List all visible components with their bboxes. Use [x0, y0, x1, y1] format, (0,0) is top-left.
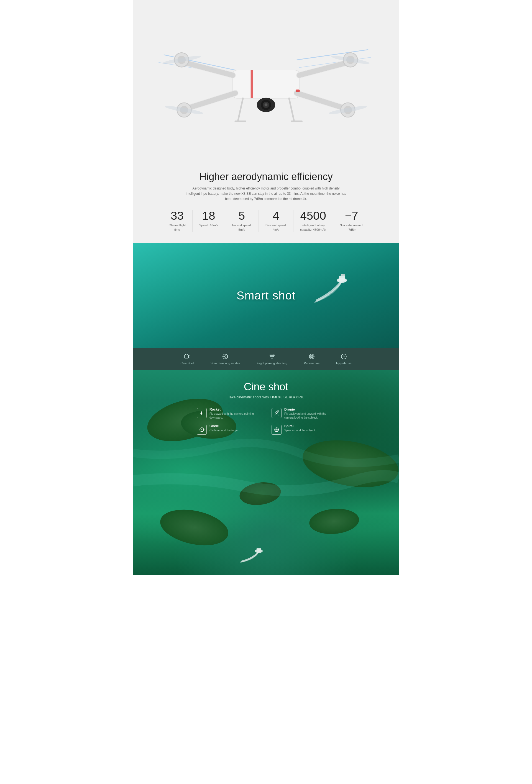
svg-point-61: [201, 429, 202, 430]
svg-marker-60: [204, 429, 204, 430]
cine-subtitle: Take cinematic shots with FIMI X8 SE in …: [144, 395, 388, 399]
spec-label-18: Speed: 18m/s: [199, 223, 218, 227]
spec-ascend: 5 Ascend speed:5m/s: [225, 210, 259, 232]
circle-name: Circle: [209, 424, 239, 428]
cine-shot-icon: [184, 353, 191, 360]
tab-panoramas[interactable]: Panoramas: [304, 353, 319, 365]
tab-hyperlapse[interactable]: Hyperlapse: [336, 353, 352, 365]
panoramas-icon: [308, 353, 315, 360]
circle-icon: [197, 425, 207, 435]
drone-image: [133, 14, 399, 157]
spec-flight-time: 33 33mins flighttime: [162, 210, 193, 232]
svg-rect-4: [233, 70, 299, 99]
svg-point-46: [224, 356, 226, 357]
spiral-icon: [272, 425, 281, 435]
feature-dronie: Dronie Fly backward and upward with the …: [272, 408, 335, 420]
specs-numbers: 33 33mins flighttime 18 Speed: 18m/s 5 A…: [144, 210, 388, 232]
hero-section: [133, 0, 399, 163]
specs-section: Higher aerodynamic efficiency Aerodynami…: [133, 163, 399, 243]
spiral-desc: Spiral around the subject.: [284, 428, 316, 432]
rocket-name: Rocket: [209, 408, 260, 411]
svg-line-15: [297, 93, 345, 108]
svg-point-58: [276, 412, 277, 413]
rocket-text: Rocket Fly upward with the camera pointi…: [209, 408, 260, 420]
specs-title: Higher aerodynamic efficiency: [144, 171, 388, 183]
spec-label-5: Ascend speed:5m/s: [232, 223, 252, 232]
smart-shot-title: Smart shot: [236, 289, 296, 302]
svg-rect-57: [201, 413, 202, 414]
spec-label-7: Noice decreased:−7dBm: [340, 223, 364, 232]
boat-wake: [311, 259, 372, 303]
spec-value-33: 33: [168, 210, 186, 222]
drone-container: [133, 8, 399, 163]
feature-spiral: Spiral Spiral around the subject.: [272, 424, 335, 435]
tab-label-tracking: Smart tracking modes: [211, 362, 240, 365]
spec-value-4500: 4500: [300, 210, 326, 222]
rocket-desc: Fly upward with the camera pointing down…: [209, 412, 260, 420]
svg-point-41: [343, 275, 345, 276]
svg-point-43: [185, 354, 186, 355]
circle-desc: Circle around the target.: [209, 428, 239, 432]
spec-label-4: Descent speed:4m/s: [265, 223, 286, 232]
svg-rect-42: [185, 355, 189, 358]
dronie-name: Dronie: [284, 408, 335, 411]
svg-point-31: [264, 103, 268, 106]
spec-battery: 4500 Intelligent batterycapacity: 4500mA…: [293, 210, 333, 232]
svg-line-32: [238, 99, 243, 121]
cine-features: Rocket Fly upward with the camera pointi…: [197, 408, 335, 435]
svg-rect-38: [339, 276, 345, 281]
flight-planning-icon: [269, 353, 275, 360]
feature-rocket: Rocket Fly upward with the camera pointi…: [197, 408, 260, 420]
circle-text: Circle Circle around the target.: [209, 424, 239, 432]
spec-label-4500: Intelligent batterycapacity: 4500mAh: [300, 223, 326, 232]
smart-shot-section: Smart shot: [133, 243, 399, 348]
cine-shot-section: Cine shot Take cinematic shots with FIMI…: [133, 370, 399, 575]
tab-smart-tracking[interactable]: Smart tracking modes: [211, 353, 240, 365]
svg-line-13: [187, 93, 235, 108]
spec-descend: 4 Descent speed:4m/s: [259, 210, 293, 232]
spec-label-33: 33mins flighttime: [168, 223, 186, 232]
tab-cine-shot[interactable]: Cine Shot: [180, 353, 194, 365]
feature-circle: Circle Circle around the target.: [197, 424, 260, 435]
mode-tabs: Cine Shot Smart tracking modes Flight pl…: [133, 348, 399, 370]
rocket-icon: [197, 408, 207, 418]
spec-value-5: 5: [232, 210, 252, 222]
tab-label-cine: Cine Shot: [180, 362, 194, 365]
spec-value-4: 4: [265, 210, 286, 222]
svg-point-40: [341, 274, 343, 276]
bottom-boat: [240, 540, 278, 563]
spec-value-18: 18: [199, 210, 218, 222]
smart-tracking-icon: [222, 353, 229, 360]
dronie-icon: [272, 408, 281, 418]
svg-rect-56: [257, 548, 261, 552]
cine-content: Cine shot Take cinematic shots with FIMI…: [133, 370, 399, 435]
svg-rect-36: [296, 89, 300, 92]
spec-speed: 18 Speed: 18m/s: [193, 210, 225, 232]
dronie-text: Dronie Fly backward and upward with the …: [284, 408, 335, 420]
spiral-name: Spiral: [284, 424, 316, 428]
tab-label-panoramas: Panoramas: [304, 362, 319, 365]
svg-line-33: [289, 99, 294, 121]
spec-value-7: −7: [340, 210, 364, 222]
tab-label-flight: Flight planing shooting: [257, 362, 287, 365]
svg-rect-7: [251, 70, 253, 99]
svg-point-64: [276, 429, 277, 430]
dronie-desc: Fly backward and upward with the camera …: [284, 412, 335, 420]
hyperlapse-icon: [340, 353, 347, 360]
cine-title: Cine shot: [144, 381, 388, 393]
svg-line-11: [299, 62, 348, 75]
tab-flight-planning[interactable]: Flight planing shooting: [257, 353, 287, 365]
svg-point-44: [187, 354, 188, 355]
spiral-text: Spiral Spiral around the subject.: [284, 424, 316, 432]
tab-label-hyperlapse: Hyperlapse: [336, 362, 352, 365]
specs-description: Aerodynamic designed body, higher effici…: [186, 186, 346, 202]
spec-noise: −7 Noice decreased:−7dBm: [333, 210, 370, 232]
